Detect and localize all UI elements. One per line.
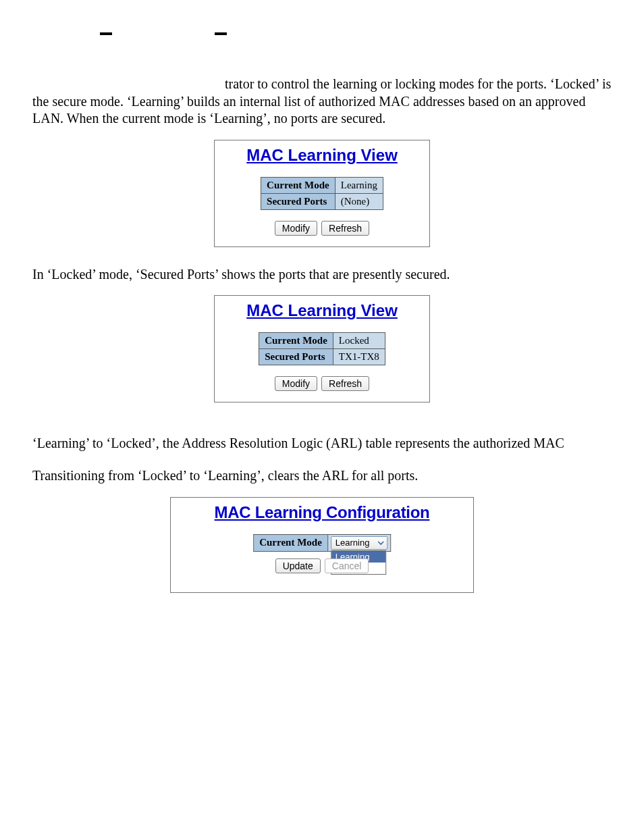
dash <box>100 32 112 35</box>
arl-paragraph-1: ‘Learning’ to ‘Locked’, the Address Reso… <box>32 435 612 452</box>
table-row: Secured Ports (None) <box>261 193 383 209</box>
table-row: Current Mode Learning <box>261 177 383 193</box>
mode-select-value: Learning <box>336 538 370 548</box>
config-button-row: Update Cancel <box>175 558 469 573</box>
current-mode-label: Current Mode <box>261 177 336 193</box>
refresh-button[interactable]: Refresh <box>321 221 369 236</box>
status-table: Current Mode Locked Secured Ports TX1-TX… <box>259 332 385 365</box>
mode-select[interactable]: Learning Learning Locked <box>331 536 387 550</box>
top-dashes <box>32 32 612 49</box>
update-button[interactable]: Update <box>275 558 321 573</box>
config-table: Current Mode Learning Learning <box>253 534 391 552</box>
current-mode-value: Locked <box>333 333 385 349</box>
chevron-down-icon <box>376 538 385 548</box>
button-row: Modify Refresh <box>275 221 369 236</box>
panel-title: MAC Learning Configuration <box>175 503 469 522</box>
button-row: Modify Refresh <box>275 376 369 391</box>
current-mode-label: Current Mode <box>254 534 328 551</box>
config-body: Current Mode Learning Learning <box>175 534 469 581</box>
between-paragraph: In ‘Locked’ mode, ‘Secured Ports’ shows … <box>32 266 612 284</box>
modify-button[interactable]: Modify <box>275 376 317 391</box>
arl-paragraph-2: Transitioning from ‘Locked’ to ‘Learning… <box>32 467 612 485</box>
mode-select-box[interactable]: Learning <box>331 536 387 550</box>
table-row: Current Mode Locked <box>259 333 385 349</box>
mac-learning-view-panel: MAC Learning View Current Mode Locked Se… <box>214 295 430 402</box>
document-page: trator to control the learning or lockin… <box>0 0 644 652</box>
status-table: Current Mode Learning Secured Ports (Non… <box>261 177 383 210</box>
current-mode-label: Current Mode <box>259 333 333 349</box>
secured-ports-label: Secured Ports <box>261 193 336 209</box>
table-row: Current Mode Learning Learning <box>254 534 391 551</box>
cancel-button[interactable]: Cancel <box>325 558 369 573</box>
table-row: Secured Ports TX1-TX8 <box>259 349 385 365</box>
intro-paragraph: trator to control the learning or lockin… <box>32 76 612 128</box>
panel-title: MAC Learning View <box>219 146 425 165</box>
mac-learning-view-panel: MAC Learning View Current Mode Learning … <box>214 140 430 247</box>
refresh-button[interactable]: Refresh <box>321 376 369 391</box>
mac-learning-config-panel: MAC Learning Configuration Current Mode … <box>170 497 474 593</box>
modify-button[interactable]: Modify <box>275 221 317 236</box>
dash <box>215 32 227 35</box>
current-mode-cell: Learning Learning Locked <box>327 534 390 551</box>
secured-ports-value: TX1-TX8 <box>333 349 385 365</box>
current-mode-value: Learning <box>335 177 383 193</box>
secured-ports-label: Secured Ports <box>259 349 333 365</box>
panel-title: MAC Learning View <box>219 301 425 320</box>
secured-ports-value: (None) <box>335 193 383 209</box>
